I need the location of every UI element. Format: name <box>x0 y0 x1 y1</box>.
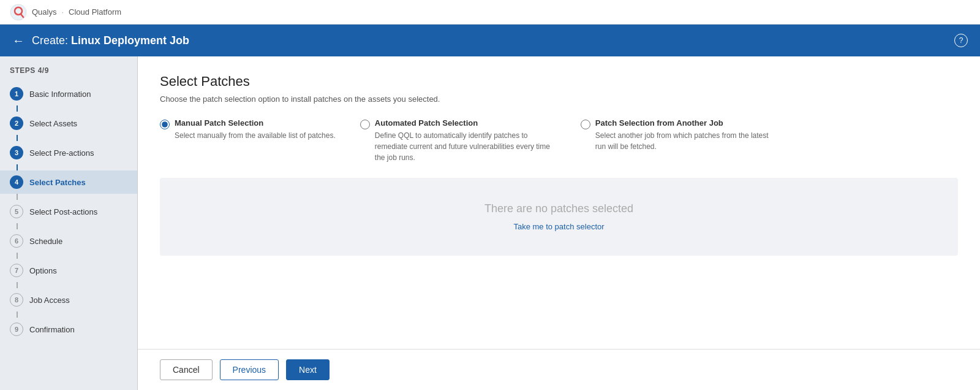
step-label-3: Select Pre-actions <box>29 148 94 158</box>
radio-automated[interactable] <box>360 120 370 129</box>
main-layout: STEPS 4/9 1 Basic Information 2 Select A… <box>0 56 980 390</box>
radio-option-another-job[interactable]: Patch Selection from Another Job Select … <box>581 118 777 163</box>
sidebar-item-select-pre-actions[interactable]: 3 Select Pre-actions <box>0 141 137 164</box>
brand-name: Qualys <box>32 7 56 17</box>
steps-label: STEPS 4/9 <box>0 66 137 82</box>
sidebar-item-options[interactable]: 7 Options <box>0 259 137 282</box>
brand-platform: Cloud Platform <box>69 7 121 17</box>
step-connector-1-2 <box>17 105 18 112</box>
header-title: Create: Linux Deployment Job <box>32 34 189 47</box>
step-label-5: Select Post-actions <box>29 207 97 216</box>
content-footer: Cancel Previous Next <box>138 349 980 390</box>
step-circle-2: 2 <box>10 117 23 130</box>
sidebar-item-confirmation[interactable]: 9 Confirmation <box>0 318 137 341</box>
top-nav: Qualys · Cloud Platform <box>0 0 980 25</box>
sidebar-item-select-assets[interactable]: 2 Select Assets <box>0 112 137 135</box>
radio-manual[interactable] <box>160 120 170 129</box>
content-area: Select Patches Choose the patch selectio… <box>138 56 980 390</box>
step-connector-8-9 <box>17 312 18 318</box>
step-label-4: Select Patches <box>29 178 86 187</box>
help-button[interactable]: ? <box>954 34 968 47</box>
step-label-8: Job Access <box>29 296 70 305</box>
sidebar-item-basic-information[interactable]: 1 Basic Information <box>0 82 137 105</box>
radio-option-automated[interactable]: Automated Patch Selection Define QQL to … <box>360 118 556 163</box>
radio-another-job-desc: Select another job from which patches fr… <box>595 130 777 152</box>
step-circle-1: 1 <box>10 87 23 101</box>
step-circle-3: 3 <box>10 146 23 159</box>
sidebar-item-job-access[interactable]: 8 Job Access <box>0 288 137 312</box>
content-body: Select Patches Choose the patch selectio… <box>138 56 980 349</box>
empty-state-text: There are no patches selected <box>184 202 933 215</box>
sidebar: STEPS 4/9 1 Basic Information 2 Select A… <box>0 56 138 390</box>
next-button[interactable]: Next <box>286 359 330 380</box>
previous-button[interactable]: Previous <box>220 359 279 380</box>
step-circle-5: 5 <box>10 205 23 218</box>
back-button[interactable]: ← <box>12 34 24 48</box>
step-connector-6-7 <box>17 253 18 259</box>
radio-manual-title: Manual Patch Selection <box>175 118 336 128</box>
radio-automated-desc: Define QQL to automatically identify pat… <box>375 130 556 163</box>
step-connector-5-6 <box>17 223 18 229</box>
header-job-name: Linux Deployment Job <box>71 34 189 47</box>
step-connector-2-3 <box>17 135 18 141</box>
cancel-button[interactable]: Cancel <box>160 359 213 380</box>
step-circle-7: 7 <box>10 264 23 277</box>
step-label-6: Schedule <box>29 237 62 246</box>
header-prefix: Create: <box>32 34 68 47</box>
radio-manual-desc: Select manually from the available list … <box>175 130 336 141</box>
step-label-1: Basic Information <box>29 90 91 99</box>
sidebar-item-schedule[interactable]: 6 Schedule <box>0 229 137 253</box>
step-circle-9: 9 <box>10 323 23 336</box>
step-connector-3-4 <box>17 164 18 170</box>
step-circle-4: 4 <box>10 175 23 189</box>
step-label-9: Confirmation <box>29 325 75 334</box>
brand-subtitle: · <box>61 7 64 17</box>
step-connector-7-8 <box>17 282 18 288</box>
radio-another-job-title: Patch Selection from Another Job <box>595 118 777 128</box>
step-connector-4-5 <box>17 194 18 200</box>
radio-options: Manual Patch Selection Select manually f… <box>160 118 958 163</box>
page-subtitle: Choose the patch selection option to ins… <box>160 94 958 104</box>
page-title: Select Patches <box>160 74 958 90</box>
radio-another-job[interactable] <box>581 120 590 129</box>
step-circle-6: 6 <box>10 234 23 248</box>
header-bar: ← Create: Linux Deployment Job ? <box>0 25 980 56</box>
step-label-7: Options <box>29 266 57 275</box>
sidebar-item-select-post-actions[interactable]: 5 Select Post-actions <box>0 200 137 223</box>
radio-option-manual[interactable]: Manual Patch Selection Select manually f… <box>160 118 336 163</box>
radio-automated-title: Automated Patch Selection <box>375 118 556 128</box>
step-label-2: Select Assets <box>29 119 77 128</box>
qualys-logo-icon <box>10 4 27 21</box>
sidebar-item-select-patches[interactable]: 4 Select Patches <box>0 170 137 194</box>
patch-selector-link[interactable]: Take me to patch selector <box>513 222 604 231</box>
empty-state: There are no patches selected Take me to… <box>160 178 958 256</box>
step-circle-8: 8 <box>10 293 23 307</box>
